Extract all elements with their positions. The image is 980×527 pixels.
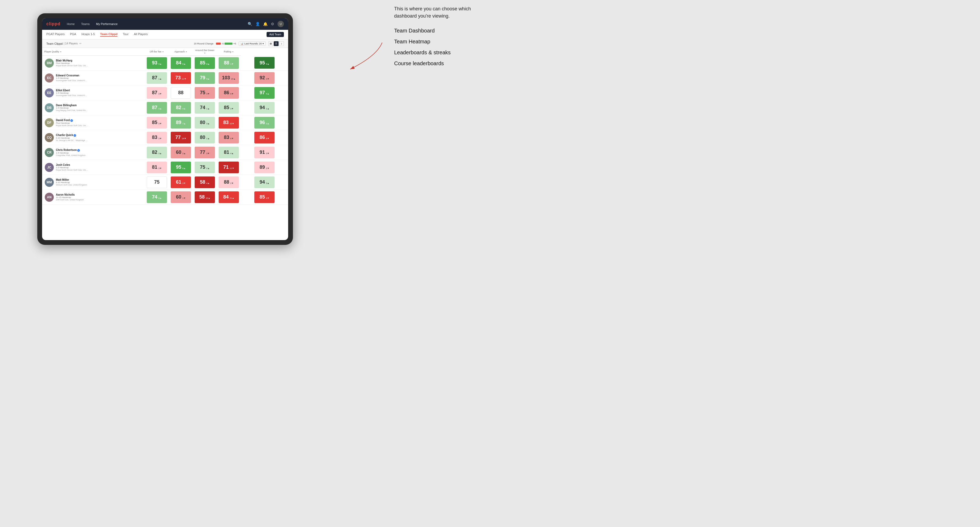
score-box: 602▲ <box>171 147 191 158</box>
score-cell: 7111▼ <box>217 160 241 175</box>
col-header-player: Player Quality ▼ <box>42 48 145 56</box>
player-name: Dave Billingham <box>56 104 88 107</box>
score-value: 85 <box>259 194 265 200</box>
verified-icon: ✓ <box>70 119 73 122</box>
score-change: 3▼ <box>206 93 210 95</box>
player-details: Elliot Ebert 1-5 Handicap Sunningdale Go… <box>56 89 88 97</box>
score-cell: 939▲ <box>145 56 169 71</box>
player-info[interactable]: DB Dave Billingham 1-5 Handicap Gog Mago… <box>42 102 145 114</box>
score-value: 83 <box>224 135 229 140</box>
annotation-menu-item-2: Team Heatmap <box>394 39 485 45</box>
player-info[interactable]: MM Matt Miller 6-10 Handicap Woburn Golf… <box>42 176 145 189</box>
player-info[interactable]: EE Elliot Ebert 1-5 Handicap Sunningdale… <box>42 87 145 99</box>
navbar-link-my-performance[interactable]: My Performance <box>95 22 119 26</box>
view-icon-grid[interactable]: ⊞ <box>269 41 273 46</box>
score-value: 88 <box>178 90 183 95</box>
score-change: 1▼ <box>231 63 234 65</box>
subnav-link-all-players[interactable]: All Players <box>134 32 148 37</box>
view-icon-chart[interactable]: ↕ <box>279 41 284 46</box>
ipad-frame: clippd Home Teams My Performance 🔍 👤 🔔 ⚙… <box>37 13 293 245</box>
score-cell: 958▲ <box>169 160 193 175</box>
bell-icon[interactable]: 🔔 <box>263 22 268 26</box>
person-icon[interactable]: 👤 <box>255 22 260 26</box>
score-cell: 941▲ <box>241 100 288 115</box>
annotation-arrow <box>329 40 387 72</box>
score-cell: 873▼ <box>145 86 169 100</box>
score-cell: 799▲ <box>193 71 217 86</box>
player-info[interactable]: EC Edward Crossman 1-5 Handicap Sunningd… <box>42 72 145 84</box>
search-icon[interactable]: 🔍 <box>248 22 252 26</box>
navbar: clippd Home Teams My Performance 🔍 👤 🔔 ⚙… <box>42 18 288 30</box>
score-change: 1▲ <box>206 137 210 140</box>
subnav-link-pgat[interactable]: PGAT Players <box>46 32 65 37</box>
player-info-cell: DB Dave Billingham 1-5 Handicap Gog Mago… <box>42 100 145 115</box>
player-info[interactable]: AN Aaron Nicholls 11-15 Handicap Drift G… <box>42 191 145 203</box>
score-value: 83 <box>223 120 229 125</box>
score-box: 959▲ <box>254 57 275 69</box>
player-handicap: 11-15 Handicap <box>56 196 84 198</box>
table-row: DF David Ford✓ Plus Handicap Royal North… <box>42 115 288 130</box>
player-handicap: 1-5 Handicap <box>56 92 88 94</box>
score-change: 8▼ <box>266 137 269 140</box>
player-info[interactable]: DF David Ford✓ Plus Handicap Royal North… <box>42 117 145 129</box>
score-change: 4▲ <box>182 108 186 110</box>
player-club: Gog Magog Golf Club, United Kingdom <box>56 109 88 111</box>
player-name: Charlie Quick✓ <box>56 133 88 137</box>
player-info[interactable]: CR Chris Robertson✓ 1-5 Handicap Craigmi… <box>42 146 145 159</box>
score-change: 3▼ <box>182 182 186 184</box>
score-box: 892▼ <box>254 162 275 173</box>
avatar: DB <box>45 103 54 112</box>
subnav-link-hcaps[interactable]: Hcaps 1-5 <box>81 32 95 37</box>
score-change: 9▲ <box>206 78 210 80</box>
score-value: 80 <box>200 120 205 125</box>
score-box: 741▲ <box>195 102 215 114</box>
score-change: 3▲ <box>158 152 162 155</box>
navbar-link-teams[interactable]: Teams <box>80 22 91 26</box>
team-controls: 20 Round Change -5 +5 📊 Last Rounds: 20 … <box>194 41 284 46</box>
score-cell: 748▲ <box>145 190 169 205</box>
score-box: 846▲ <box>171 57 191 69</box>
player-info-cell: CQ Charlie Quick✓ 6-10 Handicap St. Geor… <box>42 130 145 145</box>
score-cell: 943▲ <box>241 175 288 190</box>
score-change: 10▼ <box>229 122 234 125</box>
score-value: 77 <box>175 135 181 140</box>
sort-arrow-player: ▼ <box>60 51 62 53</box>
score-value: 74 <box>200 105 205 110</box>
last-rounds-button[interactable]: 📊 Last Rounds: 20 ▾ <box>239 41 266 46</box>
settings-icon[interactable]: ⚙ <box>271 22 274 26</box>
score-box: 868▼ <box>254 132 275 143</box>
player-info[interactable]: BM Blair McHarg Plus Handicap Royal Nort… <box>42 57 145 69</box>
subnav-link-tour[interactable]: Tour <box>123 32 128 37</box>
score-change: 3▼ <box>266 78 269 80</box>
score-cell: 75 <box>145 175 169 190</box>
score-value: 88 <box>224 179 229 185</box>
annotation-area: This is where you can choose which dashb… <box>394 5 485 71</box>
score-cell: 923▼ <box>241 71 288 86</box>
score-value: 94 <box>259 105 265 110</box>
score-value: 82 <box>176 105 181 110</box>
score-cell: 753▼ <box>193 86 217 100</box>
score-box: 853▼ <box>219 102 239 114</box>
navbar-link-home[interactable]: Home <box>66 22 76 26</box>
verified-icon: ✓ <box>77 149 80 152</box>
edit-icon[interactable]: ✏ <box>80 42 81 45</box>
score-value: 75 <box>200 165 205 170</box>
view-icon-table[interactable]: ☰ <box>274 41 278 46</box>
score-box: 814▲ <box>219 147 239 158</box>
score-cell: 871▲ <box>145 71 169 86</box>
add-team-button[interactable]: Add Team <box>267 32 284 37</box>
score-value: 79 <box>200 75 205 81</box>
avatar[interactable]: U <box>277 21 284 27</box>
score-value: 60 <box>176 149 181 155</box>
score-value: 95 <box>176 165 181 170</box>
player-info[interactable]: CQ Charlie Quick✓ 6-10 Handicap St. Geor… <box>42 132 145 144</box>
table-row: CR Chris Robertson✓ 1-5 Handicap Craigmi… <box>42 145 288 160</box>
score-change: 4▲ <box>206 182 210 184</box>
subnav-link-pga[interactable]: PGA <box>70 32 76 37</box>
avatar: DF <box>45 118 54 127</box>
subnav-link-team-clippd[interactable]: Team Clippd <box>100 32 118 37</box>
table-container[interactable]: Player Quality ▼ Off the Tee ▼ Approach … <box>42 48 288 240</box>
score-value: 58 <box>199 194 205 200</box>
score-value: 97 <box>259 90 265 95</box>
player-info[interactable]: JC Josh Coles 1-5 Handicap Royal North D… <box>42 161 145 173</box>
